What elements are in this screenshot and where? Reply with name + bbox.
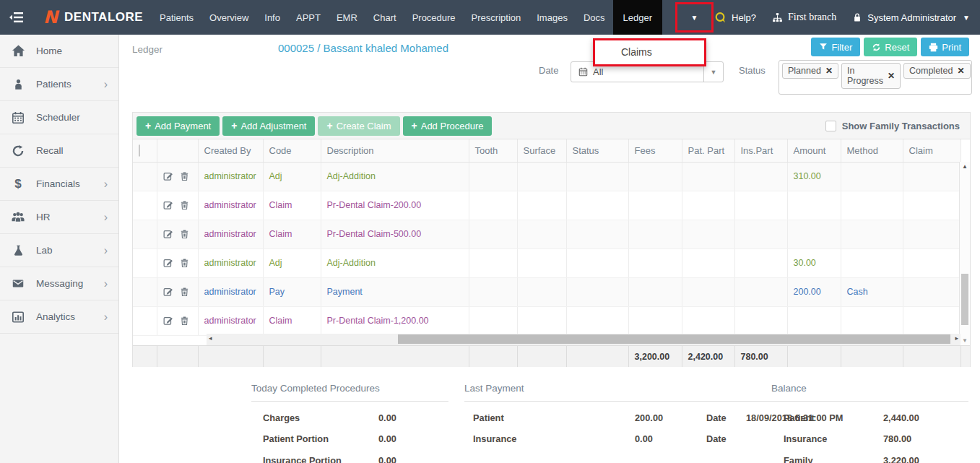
scroll-left-icon[interactable]: ◂ xyxy=(209,334,212,342)
nav-item-chart[interactable]: Chart xyxy=(365,0,404,35)
plus-icon: + xyxy=(412,120,417,131)
vertical-scrollbar[interactable]: ▲ ▼ xyxy=(959,162,970,345)
nav-item-procedure[interactable]: Procedure xyxy=(404,0,464,35)
horizontal-scrollbar-thumb[interactable] xyxy=(398,334,950,344)
edit-icon[interactable] xyxy=(163,171,173,181)
status-tag-in-progress[interactable]: In Progress ✕ xyxy=(841,63,901,89)
nav-item-patients[interactable]: Patients xyxy=(152,0,201,35)
filter-button[interactable]: Filter xyxy=(811,38,860,56)
create-claim-button[interactable]: + Create Claim xyxy=(318,116,399,136)
scroll-down-icon[interactable]: ▼ xyxy=(960,337,970,344)
status-tag-completed[interactable]: Completed ✕ xyxy=(903,63,971,79)
reset-button[interactable]: Reset xyxy=(864,38,917,56)
delete-icon[interactable] xyxy=(180,316,189,326)
nav-item-ledger[interactable]: Ledger xyxy=(613,0,662,35)
show-family-transactions-toggle[interactable]: Show Family Transactions xyxy=(825,121,960,131)
brand-name: DENTALORE xyxy=(64,10,143,25)
select-all-checkbox[interactable] xyxy=(139,144,140,157)
patient-link[interactable]: 000025 / Bassant khaled Mohamed xyxy=(278,42,448,54)
refresh-icon xyxy=(11,144,25,158)
sidebar-item-financials[interactable]: $ Financials › xyxy=(0,168,118,201)
calendar-icon xyxy=(11,111,25,125)
edit-icon[interactable] xyxy=(163,287,173,297)
nav-more-dropdown-button[interactable]: ▼ xyxy=(675,2,714,33)
nav-item-info[interactable]: Info xyxy=(256,0,288,35)
charges-value: 0.00 xyxy=(378,412,396,423)
delete-icon[interactable] xyxy=(180,229,189,239)
delete-icon[interactable] xyxy=(180,171,189,181)
checkbox[interactable] xyxy=(825,121,836,131)
help-button[interactable]: Help? xyxy=(714,12,756,24)
navbar-right: Help? First branch System Administrator … xyxy=(714,0,970,35)
nav-item-docs[interactable]: Docs xyxy=(576,0,613,35)
edit-icon[interactable] xyxy=(163,200,173,210)
vertical-scrollbar-thumb[interactable] xyxy=(961,274,968,325)
edit-icon[interactable] xyxy=(163,316,173,326)
remove-tag-icon[interactable]: ✕ xyxy=(957,66,964,76)
col-amount: Amount xyxy=(787,139,841,162)
main-content: Ledger 000025 / Bassant khaled Mohamed F… xyxy=(119,35,980,463)
calendar-icon xyxy=(578,67,588,77)
horizontal-scrollbar[interactable]: ◂ ▸ xyxy=(207,334,961,345)
status-tag-planned[interactable]: Planned ✕ xyxy=(782,63,838,79)
sitemap-icon xyxy=(772,12,783,23)
printer-icon xyxy=(929,43,938,52)
sidebar-item-hr[interactable]: HR › xyxy=(0,201,118,234)
caret-down-icon: ▼ xyxy=(691,14,698,22)
edit-icon[interactable] xyxy=(163,229,173,239)
delete-icon[interactable] xyxy=(180,258,189,268)
add-adjustment-button[interactable]: + Add Adjustment xyxy=(222,116,315,136)
sidebar-item-messaging[interactable]: Messaging › xyxy=(0,267,118,300)
main-nav: Patients Overview Info APPT EMR Chart Pr… xyxy=(152,0,662,35)
sidebar-toggle-icon[interactable] xyxy=(0,0,33,35)
delete-icon[interactable] xyxy=(180,287,189,297)
sidebar-item-analytics[interactable]: Analytics › xyxy=(0,300,118,334)
table-row: administratorAdjAdj-Addition 310.00 xyxy=(133,162,961,191)
scroll-up-icon[interactable]: ▲ xyxy=(960,163,970,170)
sidebar-item-recall[interactable]: Recall xyxy=(0,134,118,168)
print-button[interactable]: Print xyxy=(921,38,969,56)
col-code: Code xyxy=(263,139,321,162)
patient-icon xyxy=(11,77,25,92)
plus-icon: + xyxy=(326,120,332,131)
remove-tag-icon[interactable]: ✕ xyxy=(888,71,895,81)
caret-down-icon[interactable]: ▼ xyxy=(703,62,723,82)
total-pat-part: 2,420.00 xyxy=(682,346,734,367)
envelope-icon xyxy=(11,277,25,291)
balance-patient-value: 2,440.00 xyxy=(883,412,919,423)
scroll-right-icon[interactable]: ▸ xyxy=(955,334,958,342)
nav-item-images[interactable]: Images xyxy=(529,0,576,35)
chat-icon xyxy=(714,12,727,24)
people-icon xyxy=(11,210,25,225)
add-procedure-button[interactable]: + Add Procedure xyxy=(403,116,493,136)
nav-item-emr[interactable]: EMR xyxy=(329,0,365,35)
total-ins-part: 780.00 xyxy=(734,346,787,367)
edit-icon[interactable] xyxy=(163,258,173,268)
nav-dropdown-menu: Claims xyxy=(593,38,706,66)
add-payment-button[interactable]: + Add Payment xyxy=(136,116,220,136)
nav-item-appt[interactable]: APPT xyxy=(288,0,329,35)
col-claim: Claim xyxy=(903,139,961,162)
nav-item-prescription[interactable]: Prescription xyxy=(464,0,529,35)
nav-item-overview[interactable]: Overview xyxy=(201,0,256,35)
sidebar-item-patients[interactable]: Patients › xyxy=(0,68,118,101)
chevron-down-icon: ▼ xyxy=(963,14,970,22)
col-method: Method xyxy=(841,139,903,162)
lock-icon xyxy=(852,12,862,22)
sidebar-item-scheduler[interactable]: Scheduler xyxy=(0,101,118,134)
total-fees: 3,200.00 xyxy=(628,346,682,367)
sidebar-item-home[interactable]: Home xyxy=(0,35,118,68)
sidebar-item-lab[interactable]: Lab › xyxy=(0,234,118,267)
last-payment-patient-value: 200.00 xyxy=(635,412,706,423)
table-row: administratorClaimPr-Dental Claim-1,200.… xyxy=(133,306,961,335)
sidebar: Home Patients › Scheduler Recall $ Finan… xyxy=(0,35,119,463)
balance-family-value: 3,220.00 xyxy=(883,455,919,463)
status-filter-box[interactable]: Planned ✕ In Progress ✕ Completed ✕ xyxy=(779,60,972,95)
delete-icon[interactable] xyxy=(180,200,189,210)
app-logo[interactable]: N DENTALORE xyxy=(43,7,143,27)
menu-item-claims[interactable]: Claims xyxy=(595,40,704,64)
user-menu[interactable]: System Administrator ▼ xyxy=(852,12,970,23)
remove-tag-icon[interactable]: ✕ xyxy=(825,66,833,76)
header-buttons: Filter Reset Print xyxy=(811,38,969,56)
branch-selector[interactable]: First branch xyxy=(772,12,836,23)
